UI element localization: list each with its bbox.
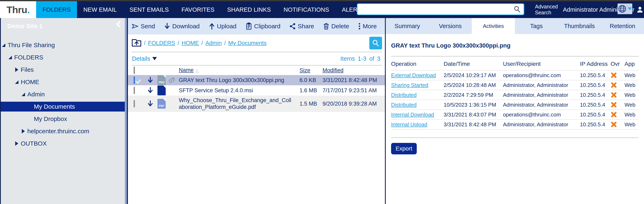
column-header-size[interactable]: Size: [300, 67, 310, 73]
file-checkbox[interactable]: [134, 100, 135, 107]
folder-tree: Thru File SharingFOLDERSFilesHOMEAdminMy…: [0, 39, 125, 150]
nav-item-folders[interactable]: FOLDERS: [36, 1, 77, 18]
activity-cell-app: Web: [624, 92, 639, 98]
activity-cell-ip: 10.250.5.4: [580, 121, 610, 128]
upload-button[interactable]: Upload: [209, 22, 236, 30]
export-button[interactable]: Export: [391, 143, 417, 154]
language-selector[interactable]: [618, 3, 632, 14]
activity-cell-ip: 10.250.5.4: [580, 102, 610, 108]
sidebar-item-my-documents[interactable]: My Documents: [0, 102, 125, 112]
file-checkbox[interactable]: [134, 76, 135, 84]
delete-button[interactable]: Delete: [323, 23, 349, 30]
download-icon: [164, 22, 170, 30]
advanced-search-line1: Advanced: [535, 4, 558, 10]
sidebar-item-thru-file-sharing[interactable]: Thru File Sharing: [0, 39, 125, 51]
sidebar-item-admin[interactable]: Admin: [0, 88, 125, 100]
breadcrumb-link-folders[interactable]: FOLDERS: [148, 40, 175, 46]
operation-link[interactable]: Sharing Started: [391, 82, 428, 88]
sort-ascending-icon: △: [195, 68, 198, 73]
column-header-name[interactable]: Name: [179, 67, 194, 73]
activity-cell-ovr: [610, 72, 624, 78]
tab-thumbnails[interactable]: Thumbnails: [558, 18, 601, 34]
search-icon[interactable]: [514, 5, 521, 13]
tab-activities[interactable]: Activities: [472, 18, 515, 34]
activity-cell-operation: Distributed: [391, 92, 444, 98]
activity-column-date-time: Date/Time: [444, 61, 503, 67]
operation-link[interactable]: Internal Download: [391, 112, 434, 118]
file-checkbox[interactable]: [134, 87, 135, 94]
download-button[interactable]: Download: [164, 22, 200, 30]
toolbar-label: Download: [172, 23, 200, 30]
thru-logo[interactable]: Thru.: [0, 1, 36, 18]
send-button[interactable]: Send: [132, 23, 155, 30]
sidebar-item-my-dropbox[interactable]: My Dropbox: [0, 113, 125, 125]
sidebar-collapse-button[interactable]: [115, 21, 121, 27]
details-view-dropdown[interactable]: Details: [132, 55, 157, 62]
operation-link[interactable]: Internal Upload: [391, 121, 427, 128]
nav-item-favorites[interactable]: FAVORITES: [175, 1, 221, 18]
tab-versions[interactable]: Versions: [429, 18, 472, 34]
folder-search-button[interactable]: [369, 37, 382, 49]
sidebar-item-files[interactable]: Files: [0, 64, 125, 76]
tab-retention[interactable]: Retention: [601, 18, 644, 34]
sidebar-scrollbar[interactable]: [125, 18, 127, 204]
activity-row: Distributed2/2/2024 7:29:59 PMAdministra…: [391, 90, 639, 100]
tab-summary[interactable]: Summary: [386, 18, 429, 34]
sidebar-item-home[interactable]: HOME: [0, 76, 125, 88]
toolbar-label: More: [363, 23, 377, 30]
folder-up-icon[interactable]: [132, 39, 142, 47]
tree-expanded-icon: [21, 93, 26, 96]
more-button[interactable]: More: [358, 22, 377, 30]
file-title: GRAY text Thru Logo 300x300x300ppi.png: [391, 42, 639, 49]
breadcrumb-link-admin[interactable]: Admin: [206, 40, 222, 46]
sidebar-item-helpcenter-thruinc-com[interactable]: helpcenter.thruinc.com: [0, 125, 125, 137]
advanced-search-link[interactable]: Advanced Search: [535, 4, 558, 15]
sidebar-item-folders[interactable]: FOLDERS: [0, 51, 125, 64]
chevron-left-icon: [115, 21, 121, 27]
items-word: Items: [340, 55, 355, 62]
details-body: GRAY text Thru Logo 300x300x300ppi.png O…: [386, 42, 644, 154]
file-checkbox-cell: [134, 87, 143, 94]
tree-item-label: My Dropbox: [34, 115, 67, 122]
breadcrumb-separator: /: [202, 40, 203, 46]
clipboard-icon: [246, 22, 252, 30]
tab-tags[interactable]: Tags: [515, 18, 558, 34]
activity-cell-user: operations@thruinc.com: [503, 72, 580, 78]
file-type-icon-png: PNG: [158, 75, 166, 85]
logo-dot: .: [27, 4, 30, 15]
search-icon: [514, 5, 521, 13]
nav-item-notifications[interactable]: NOTIFICATIONS: [277, 1, 336, 18]
select-all-checkbox[interactable]: [134, 67, 135, 74]
nav-item-shared-links[interactable]: SHARED LINKS: [221, 1, 277, 18]
activity-cell-operation: Internal Download: [391, 112, 444, 118]
activity-cell-ovr: [610, 121, 624, 128]
operation-link[interactable]: Distributed: [391, 102, 416, 108]
details-tabs: SummaryVersionsActivitiesTagsThumbnailsR…: [386, 18, 644, 34]
operation-link[interactable]: Distributed: [391, 92, 416, 98]
search-input[interactable]: [358, 4, 514, 14]
nav-item-sent-emails[interactable]: SENT EMAILS: [123, 1, 175, 18]
nav-item-new-email[interactable]: NEW EMAIL: [77, 1, 123, 18]
column-header-modified[interactable]: Modified: [322, 67, 344, 73]
toolbar-label: Clipboard: [254, 23, 280, 30]
activity-cell-operation: Internal Upload: [391, 121, 444, 128]
share-button[interactable]: Share: [290, 23, 314, 30]
file-row-msi[interactable]: SFTP Service Setup 2.4.0.msi1.6 MB7/17/2…: [128, 85, 385, 96]
file-row-pdf[interactable]: PDFWhy_Choose_Thru_File_Exchange_and_Col…: [128, 96, 385, 112]
tree-item-label: Files: [21, 66, 34, 73]
tree-item-label: My Documents: [34, 103, 75, 110]
breadcrumb-separator: /: [144, 40, 146, 46]
clipboard-button[interactable]: Clipboard: [246, 22, 280, 30]
sidebar-item-outbox[interactable]: OUTBOX: [0, 137, 125, 150]
activity-column-app: App: [624, 61, 639, 67]
file-row-png[interactable]: PNGGRAY text Thru Logo 300x300x300ppi.pn…: [128, 75, 385, 85]
breadcrumb-link-home[interactable]: HOME: [182, 40, 199, 46]
file-modified: 9/20/2018 9:39:28 AM: [322, 101, 385, 107]
breadcrumb-link-my-documents[interactable]: My Documents: [228, 40, 267, 46]
operation-link[interactable]: External Download: [391, 72, 436, 78]
tree-collapsed-icon: [14, 67, 19, 72]
activity-cell-app: Web: [624, 112, 639, 118]
file-type-cell: PNG: [158, 75, 166, 85]
activity-cell-datetime: 2/5/2024 10:29:17 AM: [444, 72, 503, 78]
activity-column-user-recipient: User/Recipient: [503, 61, 580, 67]
